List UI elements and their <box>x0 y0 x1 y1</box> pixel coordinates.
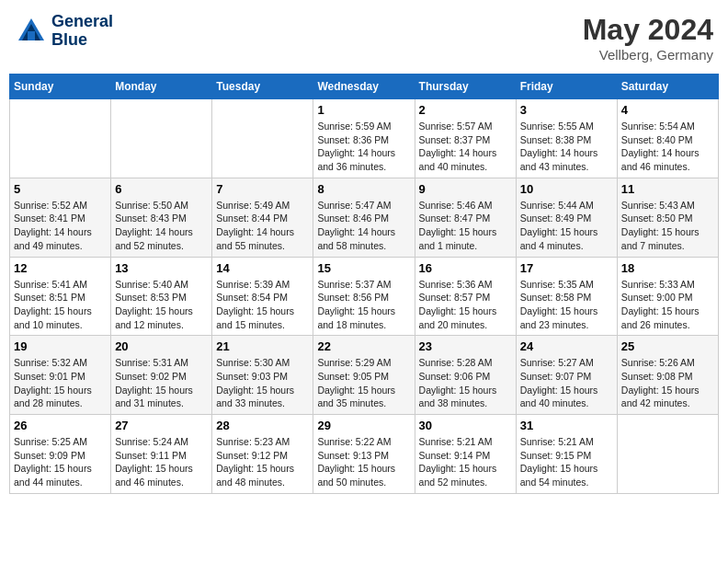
day-cell: 16Sunrise: 5:36 AM Sunset: 8:57 PM Dayli… <box>415 257 516 336</box>
day-number: 30 <box>419 419 512 432</box>
day-info: Sunrise: 5:57 AM Sunset: 8:37 PM Dayligh… <box>419 120 512 174</box>
weekday-header-friday: Friday <box>516 75 617 99</box>
day-number: 7 <box>216 182 309 196</box>
day-number: 13 <box>115 261 208 275</box>
day-number: 2 <box>419 103 512 117</box>
day-info: Sunrise: 5:39 AM Sunset: 8:54 PM Dayligh… <box>216 278 309 332</box>
day-cell: 23Sunrise: 5:28 AM Sunset: 9:06 PM Dayli… <box>415 336 516 415</box>
calendar: SundayMondayTuesdayWednesdayThursdayFrid… <box>9 74 719 494</box>
logo-line1: General <box>51 13 113 31</box>
day-info: Sunrise: 5:32 AM Sunset: 9:01 PM Dayligh… <box>14 356 107 410</box>
day-cell: 13Sunrise: 5:40 AM Sunset: 8:53 PM Dayli… <box>111 257 212 336</box>
weekday-header-tuesday: Tuesday <box>212 75 313 99</box>
day-number: 8 <box>317 182 410 196</box>
day-info: Sunrise: 5:59 AM Sunset: 8:36 PM Dayligh… <box>317 120 410 174</box>
day-number: 6 <box>115 182 208 196</box>
day-cell: 10Sunrise: 5:44 AM Sunset: 8:49 PM Dayli… <box>516 178 617 257</box>
day-cell: 28Sunrise: 5:23 AM Sunset: 9:12 PM Dayli… <box>212 415 313 494</box>
day-cell: 3Sunrise: 5:55 AM Sunset: 8:38 PM Daylig… <box>516 99 617 178</box>
day-cell: 8Sunrise: 5:47 AM Sunset: 8:46 PM Daylig… <box>313 178 415 257</box>
day-info: Sunrise: 5:41 AM Sunset: 8:51 PM Dayligh… <box>14 278 107 332</box>
day-info: Sunrise: 5:25 AM Sunset: 9:09 PM Dayligh… <box>14 435 107 489</box>
day-number: 22 <box>317 339 410 353</box>
location: Vellberg, Germany <box>583 47 713 63</box>
day-number: 23 <box>419 339 512 353</box>
day-info: Sunrise: 5:37 AM Sunset: 8:56 PM Dayligh… <box>317 278 410 332</box>
day-number: 18 <box>621 261 714 275</box>
day-number: 9 <box>419 182 512 196</box>
day-cell: 15Sunrise: 5:37 AM Sunset: 8:56 PM Dayli… <box>313 257 415 336</box>
day-number: 10 <box>520 182 613 196</box>
day-cell <box>212 99 313 178</box>
day-cell: 5Sunrise: 5:52 AM Sunset: 8:41 PM Daylig… <box>10 178 111 257</box>
day-number: 5 <box>14 182 107 196</box>
day-info: Sunrise: 5:26 AM Sunset: 9:08 PM Dayligh… <box>621 356 714 410</box>
day-info: Sunrise: 5:33 AM Sunset: 9:00 PM Dayligh… <box>621 278 714 332</box>
day-cell: 30Sunrise: 5:21 AM Sunset: 9:14 PM Dayli… <box>415 415 516 494</box>
day-cell: 19Sunrise: 5:32 AM Sunset: 9:01 PM Dayli… <box>10 336 111 415</box>
day-cell: 1Sunrise: 5:59 AM Sunset: 8:36 PM Daylig… <box>313 99 415 178</box>
day-info: Sunrise: 5:54 AM Sunset: 8:40 PM Dayligh… <box>621 120 714 174</box>
day-cell: 11Sunrise: 5:43 AM Sunset: 8:50 PM Dayli… <box>617 178 718 257</box>
weekday-header-sunday: Sunday <box>10 75 111 99</box>
day-number: 27 <box>115 419 208 432</box>
logo-line2: Blue <box>51 31 113 50</box>
day-number: 28 <box>216 419 309 432</box>
day-number: 14 <box>216 261 309 275</box>
day-info: Sunrise: 5:30 AM Sunset: 9:03 PM Dayligh… <box>216 356 309 410</box>
title-area: May 2024 Vellberg, Germany <box>583 13 713 63</box>
day-info: Sunrise: 5:23 AM Sunset: 9:12 PM Dayligh… <box>216 435 309 489</box>
day-cell: 26Sunrise: 5:25 AM Sunset: 9:09 PM Dayli… <box>10 415 111 494</box>
day-number: 25 <box>621 339 714 353</box>
day-number: 24 <box>520 339 613 353</box>
day-info: Sunrise: 5:46 AM Sunset: 8:47 PM Dayligh… <box>419 199 512 253</box>
day-info: Sunrise: 5:40 AM Sunset: 8:53 PM Dayligh… <box>115 278 208 332</box>
day-number: 16 <box>419 261 512 275</box>
day-number: 19 <box>14 339 107 353</box>
header: General Blue May 2024 Vellberg, Germany <box>9 9 719 66</box>
day-number: 17 <box>520 261 613 275</box>
day-info: Sunrise: 5:24 AM Sunset: 9:11 PM Dayligh… <box>115 435 208 489</box>
day-info: Sunrise: 5:21 AM Sunset: 9:14 PM Dayligh… <box>419 435 512 489</box>
day-cell: 25Sunrise: 5:26 AM Sunset: 9:08 PM Dayli… <box>617 336 718 415</box>
day-number: 20 <box>115 339 208 353</box>
day-cell: 2Sunrise: 5:57 AM Sunset: 8:37 PM Daylig… <box>415 99 516 178</box>
day-number: 21 <box>216 339 309 353</box>
day-cell: 9Sunrise: 5:46 AM Sunset: 8:47 PM Daylig… <box>415 178 516 257</box>
weekday-header-thursday: Thursday <box>415 75 516 99</box>
day-info: Sunrise: 5:28 AM Sunset: 9:06 PM Dayligh… <box>419 356 512 410</box>
day-cell: 17Sunrise: 5:35 AM Sunset: 8:58 PM Dayli… <box>516 257 617 336</box>
week-row-3: 12Sunrise: 5:41 AM Sunset: 8:51 PM Dayli… <box>10 257 719 336</box>
day-cell: 31Sunrise: 5:21 AM Sunset: 9:15 PM Dayli… <box>516 415 617 494</box>
day-cell: 20Sunrise: 5:31 AM Sunset: 9:02 PM Dayli… <box>111 336 212 415</box>
day-number: 11 <box>621 182 714 196</box>
day-info: Sunrise: 5:31 AM Sunset: 9:02 PM Dayligh… <box>115 356 208 410</box>
week-row-1: 1Sunrise: 5:59 AM Sunset: 8:36 PM Daylig… <box>10 99 719 178</box>
day-info: Sunrise: 5:47 AM Sunset: 8:46 PM Dayligh… <box>317 199 410 253</box>
logo-icon <box>15 15 48 48</box>
day-number: 26 <box>14 419 107 432</box>
day-cell: 22Sunrise: 5:29 AM Sunset: 9:05 PM Dayli… <box>313 336 415 415</box>
day-info: Sunrise: 5:35 AM Sunset: 8:58 PM Dayligh… <box>520 278 613 332</box>
week-row-5: 26Sunrise: 5:25 AM Sunset: 9:09 PM Dayli… <box>10 415 719 494</box>
day-info: Sunrise: 5:55 AM Sunset: 8:38 PM Dayligh… <box>520 120 613 174</box>
day-info: Sunrise: 5:52 AM Sunset: 8:41 PM Dayligh… <box>14 199 107 253</box>
svg-rect-2 <box>28 31 35 40</box>
day-info: Sunrise: 5:36 AM Sunset: 8:57 PM Dayligh… <box>419 278 512 332</box>
weekday-header-wednesday: Wednesday <box>313 75 415 99</box>
day-number: 29 <box>317 419 410 432</box>
day-info: Sunrise: 5:50 AM Sunset: 8:43 PM Dayligh… <box>115 199 208 253</box>
day-info: Sunrise: 5:27 AM Sunset: 9:07 PM Dayligh… <box>520 356 613 410</box>
day-cell: 24Sunrise: 5:27 AM Sunset: 9:07 PM Dayli… <box>516 336 617 415</box>
day-info: Sunrise: 5:21 AM Sunset: 9:15 PM Dayligh… <box>520 435 613 489</box>
day-cell: 29Sunrise: 5:22 AM Sunset: 9:13 PM Dayli… <box>313 415 415 494</box>
day-info: Sunrise: 5:44 AM Sunset: 8:49 PM Dayligh… <box>520 199 613 253</box>
day-cell <box>10 99 111 178</box>
day-cell: 21Sunrise: 5:30 AM Sunset: 9:03 PM Dayli… <box>212 336 313 415</box>
weekday-header-row: SundayMondayTuesdayWednesdayThursdayFrid… <box>10 75 719 99</box>
day-number: 15 <box>317 261 410 275</box>
day-number: 1 <box>317 103 410 117</box>
day-cell: 14Sunrise: 5:39 AM Sunset: 8:54 PM Dayli… <box>212 257 313 336</box>
day-info: Sunrise: 5:29 AM Sunset: 9:05 PM Dayligh… <box>317 356 410 410</box>
month-year: May 2024 <box>583 13 713 47</box>
